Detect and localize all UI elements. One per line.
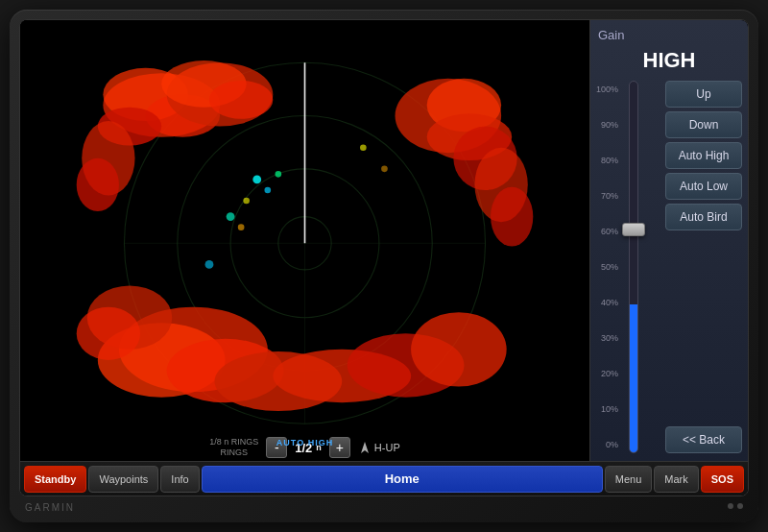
svg-point-19 [243,198,250,205]
auto-bird-button[interactable]: Auto Bird [665,204,742,230]
svg-point-22 [238,224,245,230]
back-button[interactable]: << Back [665,426,742,453]
main-area: 1/8 n RINGS RINGS - 1/2 n + H-UP [20,20,748,461]
gain-panel: Gain HIGH 100% 90% 80% 70% 60% 50% [589,20,748,461]
svg-point-28 [491,187,533,247]
svg-point-40 [205,260,214,269]
svg-point-37 [77,307,140,360]
auto-high-label: AUTO HIGH [276,438,333,447]
nav-bar: Standby Waypoints Info Home Menu Mark SO… [20,461,748,496]
brand-label: GARMIN [25,502,75,513]
radar-info-bar: 1/8 n RINGS RINGS - 1/2 n + H-UP [20,434,589,461]
svg-point-21 [227,212,235,221]
svg-marker-41 [361,442,369,453]
svg-point-39 [381,166,388,173]
slider-thumb[interactable] [622,223,645,236]
rings-label: 1/8 n RINGS RINGS [209,437,258,458]
heading-indicator: H-UP [358,441,400,454]
waypoints-button[interactable]: Waypoints [88,466,158,493]
standby-button[interactable]: Standby [24,466,86,493]
menu-button[interactable]: Menu [605,466,653,493]
svg-point-38 [360,144,367,151]
gain-buttons: Up Down Auto High Auto Low Auto Bird << … [665,81,742,453]
info-button[interactable]: Info [160,466,199,493]
slider-labels: 100% 90% 80% 70% 60% 50% 40% 30% 20% 10% [596,81,618,453]
svg-point-18 [264,187,271,194]
gain-slider-section: 100% 90% 80% 70% 60% 50% 40% 30% 20% 10% [596,81,661,453]
down-button[interactable]: Down [665,111,742,138]
mark-button[interactable]: Mark [654,466,698,493]
led-2 [737,503,743,509]
radar-area: 1/8 n RINGS RINGS - 1/2 n + H-UP [20,20,589,461]
home-button[interactable]: Home [202,466,603,493]
auto-high-button[interactable]: Auto High [665,142,742,169]
svg-point-17 [252,175,261,183]
auto-low-button[interactable]: Auto Low [665,173,742,200]
gain-value: HIGH [596,48,742,73]
led-1 [728,503,733,509]
svg-point-20 [276,171,282,178]
sos-button[interactable]: SOS [701,466,744,493]
gain-title: Gain [596,28,742,42]
svg-point-13 [77,158,119,211]
up-button[interactable]: Up [665,81,742,108]
svg-point-35 [411,312,507,386]
gain-slider[interactable] [620,81,647,453]
svg-point-16 [209,81,273,119]
screen: 1/8 n RINGS RINGS - 1/2 n + H-UP [19,19,749,496]
led-indicators [728,503,743,509]
device-bottom: GARMIN [19,496,749,513]
device-frame: 1/8 n RINGS RINGS - 1/2 n + H-UP [10,10,758,522]
